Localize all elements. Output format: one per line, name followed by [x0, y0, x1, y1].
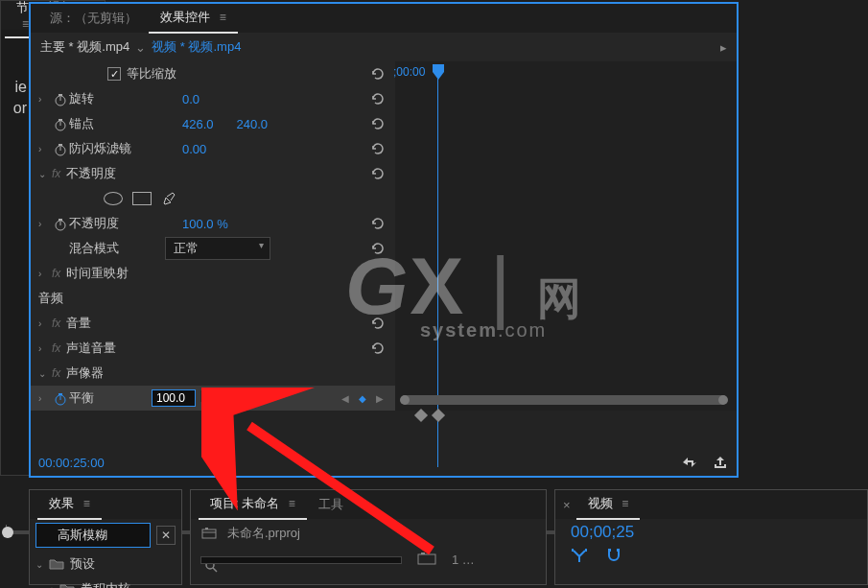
panner-row[interactable]: ⌄ fx 声像器 — [31, 361, 395, 386]
fx-badge-icon: fx — [52, 267, 60, 280]
reset-icon[interactable] — [370, 91, 386, 106]
dropdown-icon[interactable]: ⌄ — [135, 40, 146, 55]
svg-rect-25 — [617, 549, 620, 552]
panel-menu-icon[interactable]: ≡ — [220, 11, 226, 24]
svg-rect-7 — [59, 144, 62, 146]
loop-playback-icon[interactable] — [681, 456, 698, 469]
project-filename-row: 未命名.prproj — [191, 519, 546, 548]
mask-tools-row — [31, 186, 395, 211]
flicker-value[interactable]: 0.00 — [182, 142, 206, 156]
ellipse-mask-icon[interactable] — [104, 192, 123, 205]
volume-row[interactable]: › fx 音量 — [31, 311, 395, 336]
panel-menu-icon[interactable]: ≡ — [622, 497, 628, 510]
panel-menu-icon[interactable]: ≡ — [289, 497, 295, 510]
clipped-external-text: ie or — [0, 77, 27, 119]
disclosure-icon[interactable]: › — [38, 269, 52, 279]
magnet-icon[interactable] — [605, 548, 622, 563]
scale-lock-row: ✓ 等比缩放 — [31, 61, 395, 86]
svg-rect-22 — [418, 554, 435, 564]
svg-rect-13 — [59, 393, 62, 395]
tab-source[interactable]: 源：（无剪辑） — [38, 4, 149, 33]
panel-menu-icon[interactable]: ≡ — [83, 497, 90, 510]
opacity-value[interactable]: 100.0 % — [182, 217, 228, 231]
bin-view-icon[interactable] — [417, 552, 436, 568]
scrubber-knob[interactable] — [2, 527, 13, 538]
reset-icon[interactable] — [370, 166, 386, 181]
timeline-scrollbar[interactable] — [401, 395, 727, 405]
ruler-tick-label: ;00:00 — [393, 65, 425, 79]
project-search-input[interactable] — [200, 556, 402, 564]
stopwatch-icon[interactable] — [52, 216, 69, 231]
reset-icon[interactable] — [370, 241, 386, 256]
stopwatch-icon[interactable] — [52, 91, 69, 106]
tab-effects[interactable]: 效果 ≡ — [37, 489, 102, 520]
current-timecode[interactable]: 00:00:25:00 — [38, 456, 105, 470]
reset-icon[interactable] — [370, 66, 386, 82]
svg-rect-18 — [205, 528, 208, 529]
balance-row[interactable]: › 平衡 100.0 ◀ ◆ ▶ — [31, 386, 395, 411]
tab-tools[interactable]: 工具 — [307, 490, 355, 519]
close-tab-icon[interactable]: × — [563, 498, 571, 512]
disclosure-icon[interactable]: › — [38, 94, 52, 105]
playhead-icon[interactable] — [432, 63, 445, 82]
disclosure-icon[interactable]: › — [38, 318, 52, 329]
stopwatch-icon[interactable] — [52, 141, 69, 156]
tab-project[interactable]: 项目: 未命名 ≡ — [199, 489, 307, 520]
panel-menu-icon[interactable]: ≡ — [22, 17, 29, 31]
disclosure-icon[interactable]: › — [51, 584, 54, 589]
keyframe-marker[interactable] — [432, 409, 445, 422]
svg-rect-10 — [59, 219, 62, 221]
tab-sequence[interactable]: 视频 ≡ — [576, 489, 641, 520]
reset-icon[interactable] — [370, 216, 386, 231]
keyframe-marker[interactable] — [414, 409, 428, 422]
export-icon[interactable] — [712, 456, 729, 469]
rotation-value[interactable]: 0.0 — [182, 92, 199, 106]
rect-mask-icon[interactable] — [132, 192, 152, 205]
bin-icon[interactable] — [200, 526, 218, 542]
channel-volume-row[interactable]: › fx 声道音量 — [31, 336, 395, 361]
disclosure-icon[interactable]: › — [38, 343, 52, 354]
disclosure-icon[interactable]: ⌄ — [38, 368, 52, 379]
play-indicator-icon[interactable]: ▸ — [720, 40, 727, 55]
folder-icon — [59, 583, 75, 588]
reset-icon[interactable] — [370, 316, 386, 331]
snap-icon[interactable] — [571, 548, 588, 563]
reset-icon[interactable] — [370, 141, 386, 156]
breadcrumb-clip[interactable]: 视频 * 视频.mp4 — [152, 38, 241, 56]
scale-lock-checkbox[interactable]: ✓ — [107, 67, 121, 81]
blend-mode-select[interactable]: 正常 — [165, 237, 270, 260]
fx-badge-icon: fx — [52, 317, 60, 330]
anchor-y-value[interactable]: 240.0 — [237, 117, 269, 131]
breadcrumb-master[interactable]: 主要 * 视频.mp4 — [40, 38, 129, 56]
disclosure-icon[interactable]: › — [38, 219, 52, 229]
item-count: 1 … — [452, 553, 475, 567]
tab-effect-controls[interactable]: 效果控件 ≡ — [149, 3, 238, 34]
scrollbar-thumb[interactable] — [401, 395, 727, 405]
balance-input[interactable]: 100.0 — [152, 389, 196, 407]
convolution-folder-row[interactable]: › 卷积内核 — [30, 576, 181, 588]
disclosure-icon[interactable]: ⌄ — [38, 169, 52, 179]
effects-search-input[interactable]: 高斯模糊 — [35, 523, 151, 548]
effects-browser-panel: 效果 ≡ 高斯模糊 ✕ ⌄ 预设 › 卷积内核 — [29, 489, 182, 585]
disclosure-icon[interactable]: › — [38, 144, 52, 154]
disclosure-icon[interactable]: › — [38, 393, 52, 404]
stopwatch-icon[interactable] — [52, 116, 69, 131]
add-keyframe-icon[interactable]: ◆ — [359, 393, 366, 404]
pen-mask-icon[interactable] — [161, 191, 176, 206]
next-keyframe-icon[interactable]: ▶ — [376, 393, 384, 404]
flicker-row: › 防闪烁滤镜 0.00 — [31, 136, 395, 161]
anchor-x-value[interactable]: 426.0 — [182, 117, 214, 131]
svg-rect-4 — [59, 119, 62, 121]
time-remap-row[interactable]: › fx 时间重映射 — [31, 261, 395, 286]
clear-search-button[interactable]: ✕ — [156, 526, 176, 545]
prev-keyframe-icon[interactable]: ◀ — [341, 393, 349, 404]
reset-icon[interactable] — [370, 341, 386, 356]
sequence-timecode[interactable]: 00;00;25 — [555, 519, 867, 546]
disclosure-icon[interactable]: ⌄ — [35, 559, 43, 570]
timeline-ruler[interactable]: ;00:00 — [395, 61, 737, 84]
presets-folder-row[interactable]: ⌄ 预设 — [30, 552, 181, 576]
reset-icon[interactable] — [370, 116, 386, 131]
fx-badge-icon: fx — [52, 366, 60, 380]
opacity-group-row[interactable]: ⌄ fx 不透明度 — [31, 161, 395, 186]
stopwatch-active-icon[interactable] — [52, 390, 69, 406]
